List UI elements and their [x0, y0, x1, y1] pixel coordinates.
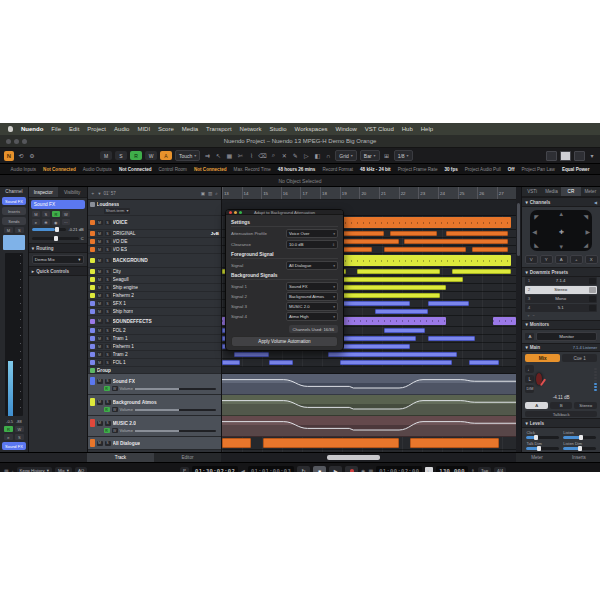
background-signal-dropdown-2[interactable]: Background Atmos▾ [286, 292, 338, 301]
erase-tool-icon[interactable]: ⌫ [258, 152, 266, 160]
track-row-fisherm-1[interactable]: MSFisherm 1 [88, 343, 221, 351]
history-icon[interactable]: ⟲ [17, 152, 25, 160]
track-solo-button[interactable]: S [105, 344, 111, 349]
read-automation-button[interactable]: R [130, 151, 142, 160]
track-mute-button[interactable]: M [97, 231, 103, 236]
apply-volume-automation-button[interactable]: Apply Volume Automation [231, 336, 338, 347]
track-row-original[interactable]: MSORIGINALJvB [88, 230, 221, 238]
apple-menu-icon[interactable] [8, 126, 13, 132]
grid-type-dropdown[interactable]: Grid▾ [335, 150, 356, 161]
channel-name-chip[interactable]: Sound FX [2, 197, 26, 205]
menu-item-project[interactable]: Project [87, 126, 106, 132]
level-slider-listen[interactable] [563, 436, 596, 439]
tab-editor[interactable]: Editor [154, 453, 221, 462]
track-row-city[interactable]: MSCity [88, 268, 221, 276]
loudness-mode-dropdown[interactable]: Short-term▾ [104, 208, 131, 214]
audio-clip[interactable] [452, 269, 511, 274]
speaker-select-button-3[interactable]: + [570, 255, 583, 264]
track-row-seagull[interactable]: MSSeagull [88, 276, 221, 284]
track-mute-button[interactable]: M [97, 360, 103, 365]
mute-tool-icon[interactable]: ✕ [280, 152, 288, 160]
track-mute-button[interactable]: M [97, 400, 103, 405]
tab-cr[interactable]: CR [561, 187, 580, 196]
track-solo-button[interactable]: S [105, 301, 111, 306]
steinberg-hub-icon[interactable]: N [4, 151, 14, 161]
audio-clip[interactable] [404, 239, 507, 244]
track-mute-button[interactable]: M [97, 319, 103, 324]
speaker-select-button-0[interactable]: V [525, 255, 538, 264]
menu-item-studio[interactable]: Studio [270, 126, 287, 132]
quantize-dropdown[interactable]: 1/8▾ [394, 150, 413, 161]
primary-time-display[interactable]: 01:30:02:02 [192, 466, 238, 472]
speaker-layout-display[interactable]: ▲ ▼ ◀ ▶ ◤ ◥ ◣ ◢ ✚ [530, 210, 592, 251]
audio-clip[interactable] [263, 438, 398, 448]
arrange-vertical-scrollbar[interactable] [516, 187, 522, 452]
audio-record-mode-dropdown[interactable]: Keep History▾ [17, 467, 52, 473]
secondary-time-display[interactable]: 01:01:00:03 [248, 466, 294, 472]
audio-clip[interactable] [384, 328, 425, 333]
track-mute-button[interactable]: M [97, 220, 103, 225]
remove-preset-icon[interactable]: − [532, 313, 534, 318]
object-select-tool-icon[interactable]: ↖ [214, 152, 222, 160]
menu-item-media[interactable]: Media [182, 126, 198, 132]
track-mute-button[interactable]: M [97, 277, 103, 282]
control-room-level-knob[interactable] [536, 373, 542, 385]
track-row-background-atmos[interactable]: MSBackground AtmosRWVolume [88, 395, 221, 416]
track-row-voice[interactable]: MSVOICE [88, 216, 221, 230]
dialog-title-bar[interactable]: Adapt to Background Attenuation [226, 210, 343, 215]
snap-icon[interactable]: ∩ [324, 152, 332, 160]
track-solo-button[interactable]: S [105, 421, 111, 426]
track-mute-button[interactable]: M [97, 239, 103, 244]
grid-small-icon[interactable]: ▦ [4, 468, 9, 473]
record-dot-icon[interactable]: ◦ [12, 468, 14, 473]
track-solo-button[interactable]: S [105, 220, 111, 225]
speaker-select-button-1[interactable]: Y [540, 255, 553, 264]
track-search-icon[interactable]: ⌕ [215, 191, 218, 196]
stop-button[interactable]: ■ [313, 466, 326, 472]
metronome-toggle[interactable]: ♩ [425, 467, 433, 473]
tab-inserts-bottom[interactable]: Inserts [558, 453, 600, 462]
track-row-group[interactable]: Group [88, 367, 221, 374]
track-row-ship-horn[interactable]: MSShip horn [88, 308, 221, 316]
track-mute-button[interactable]: M [97, 309, 103, 314]
left-zone-toggle[interactable] [546, 151, 557, 161]
menu-item-help[interactable]: Help [421, 126, 433, 132]
downmix-stereo-button[interactable]: Stereo [574, 402, 597, 409]
dim-button[interactable]: DIM [525, 385, 534, 393]
sends-chip[interactable]: Sends [2, 217, 26, 225]
mix-source-button[interactable]: Mix [525, 354, 560, 362]
range-select-tool-icon[interactable]: ▦ [225, 152, 233, 160]
menu-item-workspaces[interactable]: Workspaces [295, 126, 328, 132]
volume-automation-curve[interactable] [222, 395, 517, 415]
downmix-a-button[interactable]: A [525, 402, 548, 409]
glue-tool-icon[interactable]: ⌇ [247, 152, 255, 160]
attenuation-dialog[interactable]: Adapt to Background Attenuation Settings… [225, 209, 344, 351]
volume-slider[interactable] [32, 228, 67, 231]
channel-write-button[interactable]: W [15, 426, 24, 432]
draw-tool-icon[interactable]: ✎ [291, 152, 299, 160]
arrange-horizontal-scrollbar[interactable] [221, 453, 516, 462]
track-mute-button[interactable]: M [97, 344, 103, 349]
grid-value-dropdown[interactable]: Bar▾ [360, 150, 380, 161]
punch-marker-chip[interactable]: P [180, 467, 189, 473]
right-zone-toggle[interactable] [574, 151, 585, 161]
menu-item-audio[interactable]: Audio [114, 126, 129, 132]
track-solo-button[interactable]: S [105, 336, 111, 341]
menu-item-midi[interactable]: MIDI [137, 126, 150, 132]
track-read-button[interactable]: R [104, 386, 110, 391]
track-solo-button[interactable]: S [105, 293, 111, 298]
channels-section-header[interactable]: ▾Channels◀ [522, 197, 600, 207]
audio-clip[interactable] [357, 269, 439, 274]
locator-left-icon[interactable]: ◀ [241, 468, 245, 473]
track-mute-button[interactable]: M [97, 293, 103, 298]
background-signal-dropdown-3[interactable]: MUSIC 2.0▾ [286, 302, 338, 311]
setup-gear-icon[interactable]: ⚙ [28, 152, 36, 160]
track-row-vo-de[interactable]: MSVO DE [88, 238, 221, 246]
track-solo-button[interactable]: S [105, 309, 111, 314]
level-slider-talk-dim[interactable] [526, 447, 559, 450]
tab-track[interactable]: Track [87, 453, 154, 462]
track-solo-button[interactable]: S [105, 360, 111, 365]
timeline-ruler[interactable]: 131415161718192021222324252627 [222, 187, 517, 200]
audio-clip[interactable] [428, 336, 475, 341]
track-mute-button[interactable]: M [97, 421, 103, 426]
